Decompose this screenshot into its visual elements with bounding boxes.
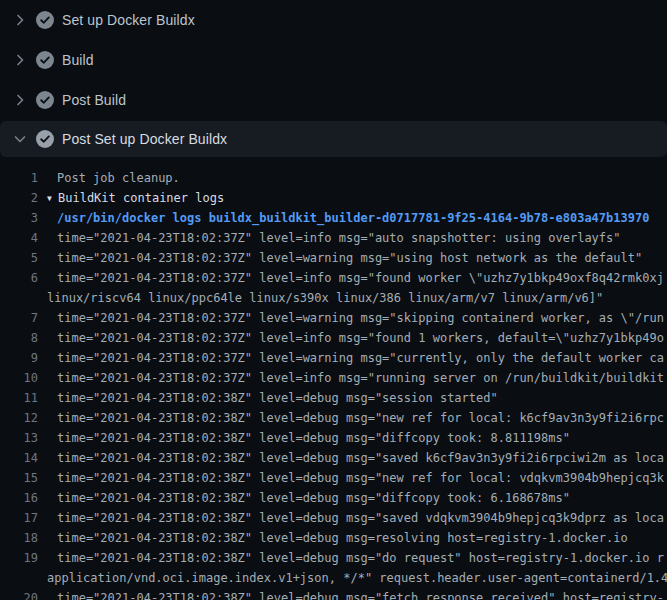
line-number[interactable]: 20 bbox=[0, 588, 38, 600]
group-expand-triangle-icon: ▼ bbox=[47, 189, 58, 208]
line-number[interactable]: 17 bbox=[0, 508, 38, 528]
line-number[interactable]: 15 bbox=[0, 468, 38, 488]
log-line: 3/usr/bin/docker logs buildx_buildkit_bu… bbox=[0, 208, 667, 228]
check-circle-icon bbox=[36, 130, 54, 148]
line-number[interactable]: 1 bbox=[0, 168, 38, 188]
log-line: 17time="2021-04-23T18:02:38Z" level=debu… bbox=[0, 508, 667, 528]
log-text: time="2021-04-23T18:02:38Z" level=debug … bbox=[38, 431, 570, 445]
log-line: 14time="2021-04-23T18:02:38Z" level=debu… bbox=[0, 448, 667, 468]
step-label: Build bbox=[62, 52, 94, 68]
log-text: time="2021-04-23T18:02:37Z" level=warnin… bbox=[38, 351, 664, 365]
line-number[interactable]: 8 bbox=[0, 328, 38, 348]
log-line: 19time="2021-04-23T18:02:38Z" level=debu… bbox=[0, 548, 667, 568]
log-group-toggle[interactable]: ▼BuildKit container logs bbox=[38, 191, 224, 205]
log-line: 8time="2021-04-23T18:02:37Z" level=info … bbox=[0, 328, 667, 348]
line-number[interactable]: 18 bbox=[0, 528, 38, 548]
log-line: application/vnd.oci.image.index.v1+json,… bbox=[0, 568, 667, 588]
step-row-post-build[interactable]: Post Build bbox=[0, 80, 667, 120]
line-number[interactable]: 16 bbox=[0, 488, 38, 508]
line-number[interactable]: 4 bbox=[0, 228, 38, 248]
line-number[interactable]: 5 bbox=[0, 248, 38, 268]
log-text: time="2021-04-23T18:02:38Z" level=debug … bbox=[38, 591, 664, 600]
log-text: time="2021-04-23T18:02:37Z" level=info m… bbox=[38, 271, 664, 285]
line-number[interactable]: 10 bbox=[0, 368, 38, 388]
log-line: 18time="2021-04-23T18:02:38Z" level=debu… bbox=[0, 528, 667, 548]
job-steps-list: Set up Docker Buildx Build Post Build Po… bbox=[0, 0, 667, 157]
log-line: 5time="2021-04-23T18:02:37Z" level=warni… bbox=[0, 248, 667, 268]
chevron-right-icon bbox=[12, 52, 28, 68]
log-text: time="2021-04-23T18:02:38Z" level=debug … bbox=[38, 411, 664, 425]
step-row-set-up-docker-buildx[interactable]: Set up Docker Buildx bbox=[0, 0, 667, 40]
log-text: Post job cleanup. bbox=[38, 171, 180, 185]
log-line: 20time="2021-04-23T18:02:38Z" level=debu… bbox=[0, 588, 667, 600]
chevron-right-icon bbox=[12, 92, 28, 108]
log-text: time="2021-04-23T18:02:38Z" level=debug … bbox=[38, 511, 664, 525]
check-circle-icon bbox=[36, 91, 54, 109]
log-command-text: /usr/bin/docker logs buildx_buildkit_bui… bbox=[38, 211, 649, 225]
log-text: time="2021-04-23T18:02:37Z" level=info m… bbox=[38, 331, 664, 345]
log-text: time="2021-04-23T18:02:38Z" level=debug … bbox=[38, 531, 628, 545]
line-number[interactable]: 13 bbox=[0, 428, 38, 448]
line-number[interactable]: 14 bbox=[0, 448, 38, 468]
log-text: time="2021-04-23T18:02:37Z" level=info m… bbox=[38, 231, 621, 245]
log-text: time="2021-04-23T18:02:38Z" level=debug … bbox=[38, 451, 664, 465]
step-row-build[interactable]: Build bbox=[0, 40, 667, 80]
line-number[interactable]: 6 bbox=[0, 268, 38, 288]
log-text: time="2021-04-23T18:02:38Z" level=debug … bbox=[38, 551, 664, 565]
line-number[interactable]: 7 bbox=[0, 308, 38, 328]
log-line: 11time="2021-04-23T18:02:38Z" level=debu… bbox=[0, 388, 667, 408]
log-text: application/vnd.oci.image.index.v1+json,… bbox=[38, 571, 667, 585]
log-line: 2▼BuildKit container logs bbox=[0, 188, 667, 208]
log-line: 16time="2021-04-23T18:02:38Z" level=debu… bbox=[0, 488, 667, 508]
step-row-post-set-up-docker-buildx[interactable]: Post Set up Docker Buildx bbox=[0, 121, 667, 157]
line-number[interactable]: 19 bbox=[0, 548, 38, 568]
step-label: Post Set up Docker Buildx bbox=[62, 131, 227, 147]
line-number[interactable]: 11 bbox=[0, 388, 38, 408]
log-text: time="2021-04-23T18:02:38Z" level=debug … bbox=[38, 491, 570, 505]
log-line: 9time="2021-04-23T18:02:37Z" level=warni… bbox=[0, 348, 667, 368]
log-text: time="2021-04-23T18:02:38Z" level=debug … bbox=[38, 471, 664, 485]
log-line: 7time="2021-04-23T18:02:37Z" level=warni… bbox=[0, 308, 667, 328]
log-text: time="2021-04-23T18:02:37Z" level=info m… bbox=[38, 371, 664, 385]
log-line: 4time="2021-04-23T18:02:37Z" level=info … bbox=[0, 228, 667, 248]
log-line: linux/riscv64 linux/ppc64le linux/s390x … bbox=[0, 288, 667, 308]
line-number[interactable]: 9 bbox=[0, 348, 38, 368]
log-text: linux/riscv64 linux/ppc64le linux/s390x … bbox=[38, 291, 603, 305]
chevron-down-icon bbox=[12, 131, 28, 147]
log-line: 12time="2021-04-23T18:02:38Z" level=debu… bbox=[0, 408, 667, 428]
check-circle-icon bbox=[36, 51, 54, 69]
log-text: time="2021-04-23T18:02:37Z" level=warnin… bbox=[38, 311, 664, 325]
chevron-right-icon bbox=[12, 12, 28, 28]
log-line: 15time="2021-04-23T18:02:38Z" level=debu… bbox=[0, 468, 667, 488]
log-lines: 1Post job cleanup.2▼BuildKit container l… bbox=[0, 157, 667, 600]
log-line: 10time="2021-04-23T18:02:37Z" level=info… bbox=[0, 368, 667, 388]
log-text: time="2021-04-23T18:02:37Z" level=warnin… bbox=[38, 251, 642, 265]
log-line: 6time="2021-04-23T18:02:37Z" level=info … bbox=[0, 268, 667, 288]
line-number[interactable]: 2 bbox=[0, 188, 38, 208]
step-label: Set up Docker Buildx bbox=[62, 12, 195, 28]
log-line: 1Post job cleanup. bbox=[0, 168, 667, 188]
log-text: time="2021-04-23T18:02:38Z" level=debug … bbox=[38, 391, 498, 405]
check-circle-icon bbox=[36, 11, 54, 29]
step-label: Post Build bbox=[62, 92, 126, 108]
log-line: 13time="2021-04-23T18:02:38Z" level=debu… bbox=[0, 428, 667, 448]
line-number[interactable]: 12 bbox=[0, 408, 38, 428]
line-number[interactable]: 3 bbox=[0, 208, 38, 228]
